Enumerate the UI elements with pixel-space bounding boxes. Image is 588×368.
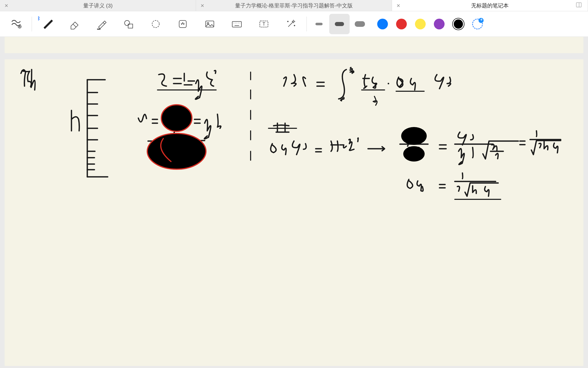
tab-label: 量子讲义 (3) <box>83 2 113 9</box>
tab-label: 无标题的笔记本 <box>471 2 509 9</box>
svg-rect-13 <box>232 21 241 27</box>
color-red[interactable] <box>396 19 407 29</box>
svg-point-28 <box>401 127 427 145</box>
stroke-thick[interactable] <box>350 14 370 34</box>
close-icon[interactable]: × <box>201 3 204 9</box>
svg-point-27 <box>388 83 389 84</box>
svg-text:T: T <box>263 21 265 27</box>
color-purple[interactable] <box>434 19 445 29</box>
lasso-button[interactable] <box>142 14 169 34</box>
page-previous-edge <box>5 37 583 53</box>
svg-point-29 <box>403 146 425 162</box>
svg-rect-10 <box>179 20 186 28</box>
tab-bar: × 量子讲义 (3) × 量子力学概论-格里菲斯-学习指导习题解答-中文版 × … <box>0 0 588 11</box>
tab-label: 量子力学概论-格里菲斯-学习指导习题解答-中文版 <box>235 2 353 9</box>
toolbar: ᛒ T <box>0 11 588 37</box>
page-current[interactable] <box>5 59 583 366</box>
stroke-medium[interactable] <box>329 14 350 34</box>
stroke-thin[interactable] <box>309 14 329 34</box>
svg-rect-11 <box>206 21 214 27</box>
textbox-button[interactable]: T <box>250 14 277 34</box>
color-custom[interactable] <box>472 19 483 29</box>
shapes-button[interactable] <box>115 14 142 34</box>
color-blue[interactable] <box>377 19 388 29</box>
keyboard-button[interactable] <box>223 14 250 34</box>
svg-line-5 <box>73 24 76 27</box>
close-icon[interactable]: × <box>5 3 8 9</box>
magic-button[interactable] <box>277 14 304 34</box>
app-root: × 量子讲义 (3) × 量子力学概论-格里菲斯-学习指导习题解答-中文版 × … <box>0 0 588 368</box>
zoom-add-button[interactable] <box>3 14 30 34</box>
color-yellow[interactable] <box>415 19 426 29</box>
bluetooth-icon: ᛒ <box>38 16 40 21</box>
svg-point-12 <box>207 22 209 24</box>
pen-button[interactable]: ᛒ <box>34 14 61 34</box>
divider <box>307 17 307 31</box>
image-button[interactable] <box>196 14 223 34</box>
svg-point-26 <box>147 133 206 169</box>
tab-3[interactable]: × 无标题的笔记本 <box>392 0 588 11</box>
highlighter-button[interactable] <box>88 14 115 34</box>
svg-point-7 <box>125 20 130 26</box>
canvas-area[interactable] <box>0 37 588 368</box>
tab-2[interactable]: × 量子力学概论-格里菲斯-学习指导习题解答-中文版 <box>196 0 392 11</box>
sticker-button[interactable] <box>169 14 196 34</box>
handwriting-layer <box>5 59 583 366</box>
eraser-button[interactable] <box>61 14 88 34</box>
svg-point-24 <box>294 25 295 26</box>
svg-point-9 <box>152 20 159 28</box>
svg-point-25 <box>161 105 192 131</box>
svg-line-22 <box>288 21 293 27</box>
color-black[interactable] <box>453 18 464 30</box>
divider <box>32 17 32 31</box>
svg-point-23 <box>288 21 288 22</box>
tab-1[interactable]: × 量子讲义 (3) <box>0 0 196 11</box>
split-view-icon[interactable] <box>575 2 582 9</box>
close-icon[interactable]: × <box>397 3 400 9</box>
